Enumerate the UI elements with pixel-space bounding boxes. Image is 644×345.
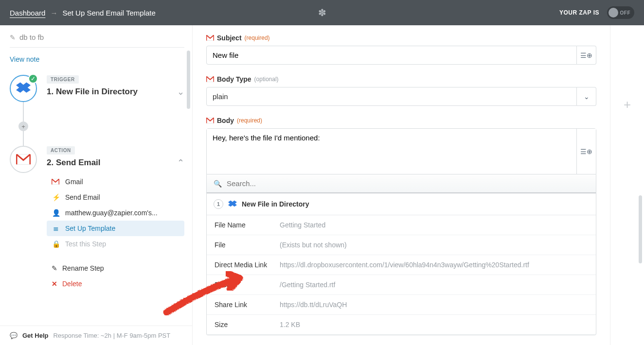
insert-field-icon: ☰⊕ bbox=[580, 52, 592, 59]
chevron-up-icon: ⌃ bbox=[177, 157, 184, 168]
body-insert-button[interactable]: ☰⊕ bbox=[576, 129, 596, 174]
step2-header[interactable]: 2. Send Email ⌃ bbox=[47, 157, 184, 168]
body-label: Body bbox=[217, 117, 234, 124]
field-option-row[interactable]: Path/Getting Started.rtf bbox=[207, 275, 596, 295]
right-gutter: + bbox=[610, 25, 644, 345]
field-value: Getting Started bbox=[280, 221, 325, 229]
breadcrumb: Dashboard → Set Up Send Email Template bbox=[10, 9, 156, 17]
help-bar[interactable]: 💬 Get Help Response Time: ~2h | M-F 9am-… bbox=[0, 326, 192, 345]
top-bar: Dashboard → Set Up Send Email Template ✽… bbox=[0, 0, 644, 25]
bolt-icon: ⚡ bbox=[52, 193, 60, 201]
lock-icon: 🔒 bbox=[52, 240, 60, 248]
page-scrollbar[interactable] bbox=[639, 195, 642, 263]
field-key: Direct Media Link bbox=[215, 261, 273, 269]
bodytype-select[interactable]: plain bbox=[206, 87, 577, 106]
gmail-glyph-icon bbox=[206, 35, 214, 41]
substep-test: 🔒 Test this Step bbox=[47, 236, 184, 252]
field-value: (Exists but not shown) bbox=[280, 241, 347, 249]
field-value: /Getting Started.rtf bbox=[280, 281, 335, 289]
gmail-small-icon bbox=[52, 179, 60, 185]
substep-template[interactable]: ≣ Set Up Template bbox=[47, 221, 184, 236]
field-value: https://dl.dropboxusercontent.com/1/view… bbox=[280, 261, 529, 269]
field-search-input[interactable] bbox=[227, 179, 589, 188]
subject-insert-button[interactable]: ☰⊕ bbox=[577, 46, 596, 65]
trigger-tag: TRIGGER bbox=[47, 75, 79, 84]
toggle-off-label: OFF bbox=[620, 10, 631, 16]
template-icon: ≣ bbox=[52, 224, 60, 232]
step-number-badge: 1 bbox=[214, 199, 223, 209]
field-key: File bbox=[215, 241, 273, 249]
step2-icon-circle[interactable] bbox=[10, 146, 37, 173]
your-zap-is-label: YOUR ZAP IS bbox=[559, 9, 599, 16]
field-key: Share Link bbox=[215, 301, 273, 309]
substep-test-label: Test this Step bbox=[65, 240, 106, 248]
step1-title: 1. New File in Directory bbox=[47, 87, 138, 97]
pencil-icon: ✎ bbox=[10, 34, 16, 41]
field-source-header[interactable]: 1 New File in Directory bbox=[207, 193, 596, 215]
field-option-row[interactable]: File NameGetting Started bbox=[207, 215, 596, 235]
required-tag: (required) bbox=[237, 117, 262, 124]
pencil-icon: ✎ bbox=[52, 264, 57, 272]
field-key: File Name bbox=[215, 221, 273, 229]
gmail-icon bbox=[16, 154, 31, 165]
rename-label: Rename Step bbox=[62, 264, 104, 272]
chevron-down-icon: ⌄ bbox=[584, 93, 590, 101]
chevron-down-icon: ⌄ bbox=[177, 86, 184, 97]
delete-step-button[interactable]: ✕ Delete bbox=[47, 276, 184, 292]
field-value: 1.2 KB bbox=[280, 321, 300, 328]
substep-action-label: Send Email bbox=[65, 193, 100, 201]
dropbox-icon bbox=[228, 200, 237, 208]
bodytype-dropdown-button[interactable]: ⌄ bbox=[577, 87, 596, 106]
checkmark-icon: ✓ bbox=[28, 74, 38, 84]
breadcrumb-arrow: → bbox=[50, 9, 57, 17]
get-help-label: Get Help bbox=[22, 332, 48, 339]
delete-label: Delete bbox=[62, 280, 82, 288]
field-key: Path bbox=[215, 281, 273, 289]
page-title: Set Up Send Email Template bbox=[62, 9, 156, 17]
field-key: Size bbox=[215, 321, 273, 328]
substep-account-label: matthew.guay@zapier.com's... bbox=[65, 209, 158, 217]
subject-input[interactable] bbox=[206, 46, 577, 65]
field-option-row[interactable]: File(Exists but not shown) bbox=[207, 235, 596, 255]
gmail-glyph-icon bbox=[206, 76, 214, 82]
search-icon: 🔍 bbox=[214, 180, 222, 188]
substep-account[interactable]: 👤 matthew.guay@zapier.com's... bbox=[47, 205, 184, 221]
person-icon: 👤 bbox=[52, 209, 60, 217]
toggle-knob bbox=[608, 8, 618, 17]
zap-name-input[interactable] bbox=[19, 33, 165, 41]
bodytype-label: Body Type bbox=[217, 75, 251, 83]
step1-icon-circle[interactable]: ✓ bbox=[10, 75, 37, 102]
add-panel-button[interactable]: + bbox=[624, 97, 631, 112]
step1-header[interactable]: 1. New File in Directory ⌄ bbox=[47, 86, 184, 97]
zapier-logo-icon: ✽ bbox=[318, 7, 326, 18]
subject-label: Subject bbox=[217, 34, 242, 42]
action-tag: ACTION bbox=[47, 146, 75, 155]
dropbox-icon bbox=[16, 82, 31, 95]
field-source-title: New File in Directory bbox=[242, 200, 309, 208]
gmail-glyph-icon bbox=[206, 118, 214, 123]
x-icon: ✕ bbox=[52, 280, 57, 288]
field-option-row[interactable]: Share Linkhttps://db.tt/dLruVaQH bbox=[207, 295, 596, 315]
sidebar-scrollbar[interactable] bbox=[187, 51, 190, 109]
substep-action[interactable]: ⚡ Send Email bbox=[47, 190, 184, 205]
zap-enable-toggle[interactable]: OFF bbox=[607, 6, 634, 19]
substep-app[interactable]: Gmail bbox=[47, 174, 184, 190]
main-panel: Subject (required) ☰⊕ Body Type (optiona… bbox=[193, 25, 610, 345]
insert-field-icon: ☰⊕ bbox=[580, 148, 592, 155]
optional-tag: (optional) bbox=[254, 76, 279, 83]
rename-step-button[interactable]: ✎ Rename Step bbox=[47, 260, 184, 276]
substep-template-label: Set Up Template bbox=[65, 224, 115, 232]
sidebar: ✎ View note ✓ + TRIGGER 1. New File in D… bbox=[0, 25, 193, 345]
body-textarea[interactable] bbox=[207, 129, 596, 172]
add-step-button[interactable]: + bbox=[18, 121, 28, 131]
field-option-row[interactable]: Direct Media Linkhttps://dl.dropboxuserc… bbox=[207, 255, 596, 275]
field-value: https://db.tt/dLruVaQH bbox=[280, 301, 347, 309]
substep-app-label: Gmail bbox=[65, 178, 83, 186]
field-option-row[interactable]: Size1.2 KB bbox=[207, 315, 596, 335]
help-meta: Response Time: ~2h | M-F 9am-5pm PST bbox=[53, 332, 170, 339]
step2-title: 2. Send Email bbox=[47, 158, 101, 168]
dashboard-link[interactable]: Dashboard bbox=[10, 9, 45, 17]
view-note-link[interactable]: View note bbox=[10, 53, 39, 68]
required-tag: (required) bbox=[245, 34, 270, 41]
chat-icon: 💬 bbox=[10, 332, 18, 339]
